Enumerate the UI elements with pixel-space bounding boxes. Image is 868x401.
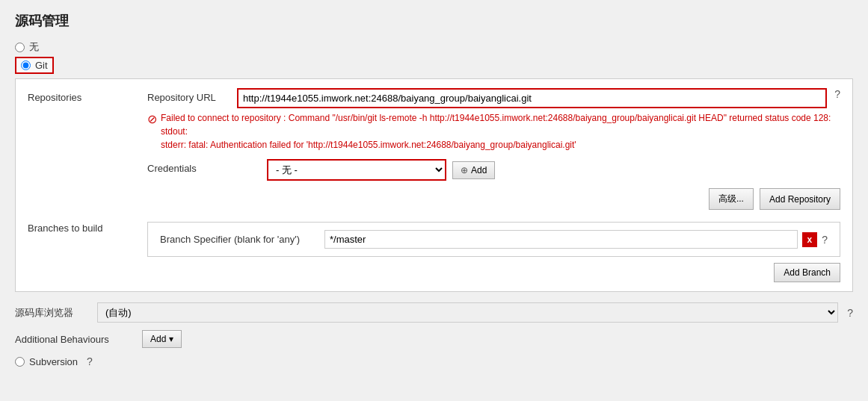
error-circle-icon: ⊘ <box>147 112 157 126</box>
add-repository-button[interactable]: Add Repository <box>760 188 840 210</box>
radio-git-box: Git <box>15 57 54 74</box>
branch-row-wrap: Branch Specifier (blank for 'any') x ? <box>147 222 840 257</box>
branch-specifier-label: Branch Specifier (blank for 'any') <box>160 234 324 245</box>
git-inner: Repositories Repository URL ? ⊘ <box>16 79 852 291</box>
add-credentials-icon: ⊕ <box>461 165 468 175</box>
advanced-button[interactable]: 高级... <box>709 188 754 210</box>
additional-behaviours-row: Additional Behaviours Add ▾ <box>15 330 853 348</box>
additional-behaviours-label: Additional Behaviours <box>15 334 135 345</box>
repositories-row: Repositories Repository URL ? ⊘ <box>28 88 840 210</box>
radio-git-label: Git <box>35 60 48 71</box>
credentials-select[interactable]: - 无 - <box>267 159 446 181</box>
error-text: Failed to connect to repository : Comman… <box>161 111 831 152</box>
source-browser-select[interactable]: (自动) <box>97 302 838 323</box>
delete-branch-button[interactable]: x <box>802 232 818 247</box>
right-buttons: 高级... Add Repository <box>147 188 840 210</box>
radio-subversion-input[interactable] <box>15 357 25 367</box>
add-credentials-label: Add <box>471 165 487 175</box>
page-container: 源码管理 无 Git Repositories Repository URL ? <box>0 0 868 401</box>
error-block: ⊘ Failed to connect to repository : Comm… <box>147 111 840 152</box>
url-field-wrap: ? <box>237 88 840 108</box>
subversion-help-icon[interactable]: ? <box>87 355 93 367</box>
source-browser-label: 源码库浏览器 <box>15 306 90 320</box>
repositories-label: Repositories <box>28 88 147 103</box>
repositories-content: Repository URL ? ⊘ Failed to connect to … <box>147 88 840 210</box>
repo-url-input[interactable] <box>237 88 827 108</box>
add-branch-right: Add Branch <box>147 263 840 282</box>
branch-specifier-row: Branch Specifier (blank for 'any') x ? <box>160 230 828 249</box>
credentials-label: Credentials <box>147 159 267 174</box>
source-browser-row: 源码库浏览器 (自动) ? <box>15 302 853 323</box>
radio-none-input[interactable] <box>15 43 25 52</box>
url-help-icon[interactable]: ? <box>834 88 840 100</box>
add-branch-button[interactable]: Add Branch <box>774 263 840 282</box>
url-label: Repository URL <box>147 88 237 103</box>
branch-specifier-input[interactable] <box>324 230 798 249</box>
add-credentials-button[interactable]: ⊕ Add <box>452 161 495 179</box>
radio-none[interactable]: 无 <box>15 40 853 54</box>
source-browser-select-wrap: (自动) ? <box>97 302 853 323</box>
source-browser-help-icon[interactable]: ? <box>847 307 853 319</box>
url-row: Repository URL ? <box>147 88 840 108</box>
git-section: Repositories Repository URL ? ⊘ <box>15 78 853 292</box>
branches-row: Branches to build Branch Specifier (blan… <box>28 219 840 282</box>
subversion-row: Subversion ? <box>15 355 853 367</box>
add-behaviour-label: Add <box>150 334 166 344</box>
credentials-row: Credentials - 无 - ⊕ Add <box>147 159 840 181</box>
radio-git-input[interactable] <box>21 60 31 70</box>
add-behaviour-button[interactable]: Add ▾ <box>142 330 182 348</box>
branch-help-icon[interactable]: ? <box>822 234 828 246</box>
add-behaviour-caret: ▾ <box>169 334 173 344</box>
radio-none-label: 无 <box>29 40 39 54</box>
branches-section: Branches to build Branch Specifier (blan… <box>28 219 840 282</box>
credentials-field-wrap: - 无 - ⊕ Add <box>267 159 495 181</box>
branches-label: Branches to build <box>28 219 147 234</box>
branches-content: Branch Specifier (blank for 'any') x ? A… <box>147 219 840 282</box>
page-title: 源码管理 <box>15 12 853 30</box>
subversion-label: Subversion <box>29 356 78 367</box>
